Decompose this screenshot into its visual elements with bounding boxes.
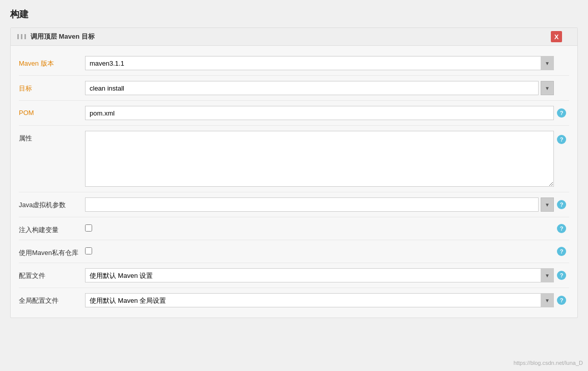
maven-version-select[interactable]: maven3.1.1 maven3.0 maven2: [85, 56, 554, 70]
target-dropdown-button[interactable]: ▼: [541, 81, 554, 95]
private-repo-checkbox-area: [85, 245, 92, 254]
config-file-select-wrapper: 使用默认 Maven 设置 ▼: [85, 268, 554, 282]
global-config-help-icon[interactable]: ?: [557, 296, 566, 305]
pom-label: POM: [19, 106, 85, 117]
private-repo-help-icon[interactable]: ?: [557, 247, 566, 256]
jvm-params-input[interactable]: [85, 197, 539, 212]
target-input[interactable]: [85, 81, 539, 95]
pom-row: POM ?: [19, 101, 569, 126]
global-config-label: 全局配置文件: [19, 293, 85, 305]
page-container: 构建 调用顶层 Maven 目标 X Maven 版本 maven3.1.1 m…: [0, 0, 588, 326]
close-button[interactable]: X: [551, 31, 562, 42]
pom-input[interactable]: [85, 106, 554, 120]
config-file-select[interactable]: 使用默认 Maven 设置: [85, 268, 554, 282]
watermark: https://blog.csdn.net/luna_D: [514, 360, 583, 366]
card-header: 调用顶层 Maven 目标: [11, 28, 577, 46]
jvm-params-row: Java虚拟机参数 ▼ ?: [19, 192, 569, 217]
global-config-row: 全局配置文件 使用默认 Maven 全局设置 ▼ ?: [19, 288, 569, 312]
global-config-select-wrapper: 使用默认 Maven 全局设置 ▼: [85, 293, 554, 307]
global-config-control: 使用默认 Maven 全局设置 ▼: [85, 293, 569, 307]
target-label: 目标: [19, 81, 85, 93]
config-file-control: 使用默认 Maven 设置 ▼: [85, 268, 569, 282]
inject-vars-control: [85, 222, 569, 232]
properties-row: 属性 ?: [19, 126, 569, 192]
target-control: ▼: [85, 81, 569, 95]
properties-control: [85, 131, 569, 187]
pom-control: [85, 106, 569, 120]
global-config-select[interactable]: 使用默认 Maven 全局设置: [85, 293, 554, 307]
properties-help-icon[interactable]: ?: [557, 135, 566, 144]
properties-label: 属性: [19, 131, 85, 143]
target-row: 目标 ▼: [19, 76, 569, 101]
config-file-help-icon[interactable]: ?: [557, 271, 566, 280]
inject-vars-label: 注入构建变量: [19, 222, 85, 235]
private-repo-checkbox[interactable]: [85, 247, 92, 254]
maven-version-label: Maven 版本: [19, 56, 85, 68]
jvm-params-help-icon[interactable]: ?: [557, 200, 566, 209]
maven-version-select-wrapper: maven3.1.1 maven3.0 maven2 ▼: [85, 56, 554, 70]
card-header-icon: [17, 34, 26, 39]
maven-version-row: Maven 版本 maven3.1.1 maven3.0 maven2 ▼: [19, 51, 569, 76]
inject-vars-checkbox[interactable]: [85, 224, 92, 232]
inject-vars-help-icon[interactable]: ?: [557, 224, 566, 233]
pom-help-icon[interactable]: ?: [557, 108, 566, 118]
jvm-params-dropdown-button[interactable]: ▼: [541, 197, 554, 212]
card-header-title: 调用顶层 Maven 目标: [31, 32, 95, 41]
page-title: 构建: [10, 8, 578, 20]
private-repo-row: 使用Maven私有仓库 ?: [19, 240, 569, 263]
jvm-params-control: ▼: [85, 197, 569, 212]
maven-version-control: maven3.1.1 maven3.0 maven2 ▼: [85, 56, 569, 70]
properties-textarea[interactable]: [85, 131, 554, 187]
jvm-params-label: Java虚拟机参数: [19, 197, 85, 210]
private-repo-label: 使用Maven私有仓库: [19, 245, 85, 258]
config-file-label: 配置文件: [19, 268, 85, 280]
inject-vars-checkbox-area: [85, 222, 92, 232]
private-repo-control: [85, 245, 569, 254]
inject-vars-row: 注入构建变量 ?: [19, 217, 569, 240]
config-file-row: 配置文件 使用默认 Maven 设置 ▼ ?: [19, 263, 569, 288]
card-body: Maven 版本 maven3.1.1 maven3.0 maven2 ▼ 目标: [11, 46, 577, 318]
build-card: 调用顶层 Maven 目标 X Maven 版本 maven3.1.1 mave…: [10, 27, 578, 318]
